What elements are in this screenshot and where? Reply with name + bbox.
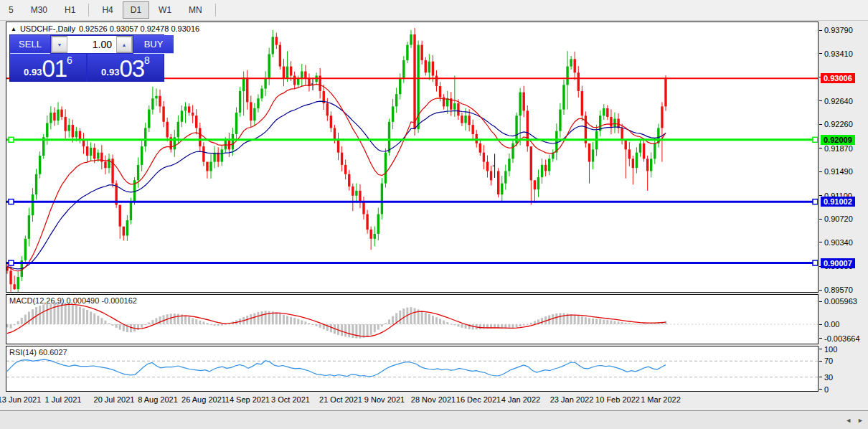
- trading-terminal-window: 5M30H1H4D1W1MN ▲ USDCHF-,Daily 0.92526 0…: [0, 0, 868, 429]
- rsi-label: RSI(14) 60.6027: [9, 348, 67, 357]
- timeframe-toolbar: 5M30H1H4D1W1MN: [0, 0, 868, 21]
- timeframe-button-h1[interactable]: H1: [57, 1, 83, 19]
- price-level-badge: 0.93006: [821, 73, 855, 83]
- rsi-tick-label: 30: [824, 373, 833, 382]
- timeframe-button-h4[interactable]: H4: [94, 1, 121, 19]
- sell-price-big-digits: 01: [42, 57, 67, 80]
- price-tick-label: 0.91870: [824, 144, 853, 153]
- price-tick-label: 0.92640: [824, 97, 853, 105]
- macd-indicator-panel[interactable]: MACD(12,26,9) 0.000490 -0.000162: [6, 294, 819, 344]
- price-level-badge: 0.91002: [821, 197, 855, 207]
- price-tick-mark: [819, 100, 822, 101]
- rsi-tick-mark: [819, 349, 822, 349]
- toolbar-separator: [215, 4, 216, 16]
- volume-decrease-icon[interactable]: ▼: [52, 37, 67, 52]
- price-tick-mark: [819, 171, 822, 172]
- rsi-tick-mark: [819, 389, 822, 390]
- price-tick-mark: [819, 124, 822, 125]
- time-axis[interactable]: 13 Jun 20211 Jul 202120 Jul 20218 Aug 20…: [6, 392, 819, 409]
- price-tick-label: 0.89570: [824, 286, 853, 294]
- date-tick-label: 10 Feb 2022: [595, 395, 640, 404]
- rsi-indicator-panel[interactable]: RSI(14) 60.6027: [6, 346, 819, 392]
- sell-button[interactable]: SELL: [10, 35, 50, 54]
- price-tick-label: 0.93410: [824, 50, 853, 58]
- buy-price-pip: 8: [144, 55, 150, 66]
- price-tick-mark: [819, 53, 822, 54]
- price-tick-label: 0.90720: [824, 214, 853, 223]
- volume-stepper: ▼ ▲: [51, 36, 133, 53]
- one-click-trade-panel: SELL ▼ ▲ BUY 0.93016 0.93038: [9, 34, 164, 82]
- date-tick-label: 13 Jun 2021: [0, 395, 41, 404]
- date-tick-label: 20 Jul 2021: [94, 395, 135, 404]
- price-axis[interactable]: 0.937900.934100.930300.926400.922600.918…: [819, 0, 868, 409]
- chart-symbol-label: USDCHF-,Daily: [20, 24, 75, 33]
- timeframe-button-5[interactable]: 5: [1, 1, 22, 19]
- tab-scroll-left-icon[interactable]: ◄: [845, 417, 852, 424]
- date-tick-label: 1 Jul 2021: [45, 395, 82, 404]
- rsi-tick-mark: [819, 361, 822, 362]
- macd-tick-label: 0.005963: [824, 297, 857, 306]
- price-tick-label: 0.93790: [824, 26, 853, 34]
- price-level-badge: 0.92009: [821, 135, 855, 145]
- date-tick-label: 28 Nov 2021: [411, 395, 456, 404]
- date-tick-label: 8 Aug 2021: [138, 395, 178, 404]
- macd-tick-label: 0.00: [824, 320, 839, 329]
- timeframe-button-m30[interactable]: M30: [23, 1, 55, 19]
- horizontal-levels-layer[interactable]: [6, 78, 818, 265]
- buy-price-prefix: 0.93: [101, 67, 119, 77]
- tab-scroll-right-icon[interactable]: ►: [857, 417, 864, 424]
- rsi-tick-label: 0: [824, 385, 829, 394]
- buy-price-display[interactable]: 0.93038: [88, 54, 164, 82]
- tab-scroll-arrows: ◄ ►: [845, 411, 864, 429]
- date-tick-label: 3 Oct 2021: [271, 395, 310, 404]
- price-tick-mark: [819, 148, 822, 148]
- macd-histogram: [6, 303, 667, 339]
- price-chart-panel[interactable]: ▲ USDCHF-,Daily 0.92526 0.93057 0.92478 …: [6, 22, 819, 293]
- price-tick-label: 0.90340: [824, 238, 853, 247]
- buy-button[interactable]: BUY: [133, 35, 174, 54]
- moving-averages-layer: [7, 84, 666, 271]
- rsi-tick-mark: [819, 377, 822, 377]
- price-tick-mark: [819, 242, 822, 242]
- sell-price-display[interactable]: 0.93016: [10, 54, 88, 82]
- price-tick-mark: [819, 290, 822, 291]
- symbol-tab-bar: ◄ ►: [0, 410, 868, 429]
- price-tick-mark: [819, 195, 822, 196]
- rsi-tick-label: 70: [824, 357, 833, 365]
- date-tick-label: 16 Dec 2021: [456, 395, 501, 404]
- price-tick-mark: [819, 219, 822, 220]
- rsi-tick-label: 100: [824, 345, 837, 354]
- rsi-line: [7, 359, 666, 377]
- price-tick-label: 0.91490: [824, 167, 853, 176]
- date-tick-label: 1 Mar 2022: [641, 395, 681, 404]
- macd-tick-mark: [819, 338, 822, 339]
- macd-label: MACD(12,26,9) 0.000490 -0.000162: [9, 296, 137, 305]
- price-tick-mark: [819, 30, 822, 31]
- date-tick-label: 4 Jan 2022: [501, 395, 540, 404]
- date-tick-label: 23 Jan 2022: [550, 395, 594, 404]
- sell-price-pip: 6: [67, 55, 72, 66]
- price-level-badge: 0.90007: [821, 258, 855, 268]
- timeframe-button-d1[interactable]: D1: [123, 1, 149, 19]
- volume-increase-icon[interactable]: ▲: [116, 37, 132, 52]
- macd-tick-label: -0.003664: [824, 334, 860, 343]
- timeframe-button-w1[interactable]: W1: [151, 1, 179, 19]
- timeframe-button-mn[interactable]: MN: [181, 1, 210, 19]
- buy-price-big-digits: 03: [119, 57, 144, 80]
- chart-symbol-header: ▲ USDCHF-,Daily 0.92526 0.93057 0.92478 …: [11, 24, 199, 33]
- volume-input[interactable]: [67, 36, 116, 53]
- macd-tick-mark: [819, 324, 822, 325]
- price-tick-label: 0.92260: [824, 120, 853, 128]
- collapse-chart-icon[interactable]: ▲: [11, 26, 16, 32]
- toolbar-separator: [88, 4, 89, 16]
- macd-tick-mark: [819, 301, 822, 302]
- date-tick-label: 14 Sep 2021: [225, 395, 270, 404]
- sell-price-prefix: 0.93: [24, 67, 42, 77]
- chart-ohlc-values: 0.92526 0.93057 0.92478 0.93016: [79, 24, 199, 33]
- rsi-chart[interactable]: [6, 346, 818, 391]
- date-tick-label: 26 Aug 2021: [181, 395, 226, 404]
- date-tick-label: 9 Nov 2021: [364, 395, 405, 404]
- date-tick-label: 21 Oct 2021: [319, 395, 362, 404]
